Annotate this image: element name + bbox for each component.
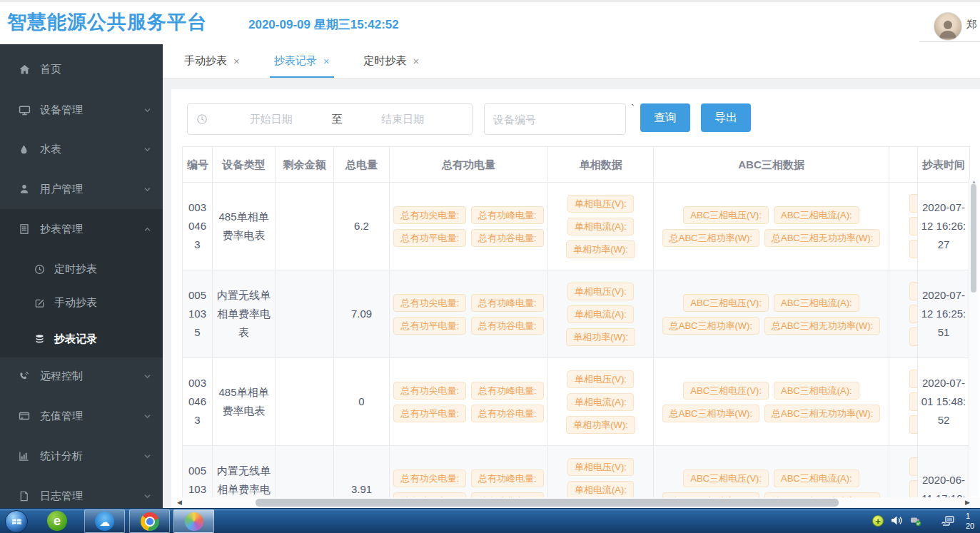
drop-icon <box>19 144 33 155</box>
scroll-left-arrow-icon[interactable]: ◀ <box>177 499 182 506</box>
date-separator: 至 <box>332 113 343 126</box>
cell-total-energy: 7.09 <box>334 270 390 357</box>
sidebar-item-meter-reading-management[interactable]: 抄表管理 <box>0 215 163 243</box>
data-tag: 总ABC三相功率(W): <box>662 405 759 422</box>
chevron-down-icon <box>143 146 151 153</box>
cell-total-energy: 6.2 <box>334 183 390 270</box>
360-browser-taskbar-icon[interactable]: e <box>47 511 67 531</box>
cell-active-energy-tags: 总有功尖电量:总有功峰电量:总有功平电量:总有功谷电量: <box>390 446 548 498</box>
query-button[interactable]: 查询 <box>640 103 690 132</box>
data-tag: 总有功峰电量: <box>471 206 544 224</box>
device-number-input[interactable] <box>484 103 626 135</box>
sidebar-item-log-management[interactable]: 日志管理 <box>0 482 163 510</box>
data-tag: 单相电流(A): <box>567 481 634 499</box>
tab-reading-records[interactable]: 抄表记录 × <box>274 44 330 78</box>
tab-close-icon[interactable]: × <box>413 55 420 67</box>
person-silhouette-icon <box>937 17 959 39</box>
windows-logo-icon <box>11 517 22 526</box>
data-tag: 总有功尖电量: <box>393 469 466 487</box>
scroll-right-arrow-icon[interactable]: ▶ <box>965 499 970 506</box>
cell-device-type: 内置无线单相单费率电表 <box>213 270 276 357</box>
cell-total-energy: 3.91 <box>334 446 390 498</box>
card-icon <box>19 410 33 422</box>
data-tag: 单相功率(W): <box>566 416 635 434</box>
cell-total-energy: 0 <box>334 358 390 445</box>
header-divider <box>919 41 980 42</box>
app-title: 智慧能源公共服务平台 <box>7 9 207 35</box>
sidebar-item-manual-reading[interactable]: 手动抄表 <box>0 288 163 317</box>
edit-icon <box>34 298 49 308</box>
cell-active-energy-tags: 总有功尖电量:总有功峰电量:总有功平电量:总有功谷电量: <box>390 183 548 270</box>
qq-browser-taskbar-button[interactable]: ☁ <box>84 509 125 533</box>
sidebar-item-recharge-management[interactable]: 充值管理 <box>0 402 163 430</box>
clipped-tag-fragment <box>909 217 917 235</box>
sidebar-item-water-meter[interactable]: 水表 <box>0 135 163 163</box>
clipped-tag-fragment <box>909 305 917 323</box>
usb-safely-remove-icon[interactable] <box>909 515 922 527</box>
table-row: 0030463 485单相单费率电表 6.2 总有功尖电量:总有功峰电量:总有功… <box>183 183 969 270</box>
sidebar-item-home[interactable]: 首页 <box>0 55 163 83</box>
sidebar-item-label: 水表 <box>40 143 61 156</box>
sidebar-item-statistics[interactable]: 统计分析 <box>0 442 163 470</box>
sidebar-item-label: 设备管理 <box>40 103 83 117</box>
end-date-placeholder[interactable]: 结束日期 <box>343 113 464 126</box>
speaker-icon[interactable] <box>891 515 903 526</box>
cell-device-no: 0051035 <box>183 270 213 357</box>
column-header-总有功电量: 总有功电量 <box>390 147 548 183</box>
horizontal-scrollbar[interactable]: ◀ ▶ <box>171 497 980 508</box>
tab-bar: 手动抄表 × 抄表记录 × 定时抄表 × <box>163 44 980 78</box>
header-datetime: 2020-09-09 星期三15:42:52 <box>248 16 399 33</box>
tab-label: 手动抄表 <box>184 54 227 68</box>
doc-icon <box>19 491 33 502</box>
photo-app-icon <box>185 512 203 531</box>
start-button[interactable] <box>5 510 28 533</box>
user-avatar[interactable] <box>934 12 962 41</box>
chevron-down-icon <box>143 412 151 420</box>
table-row: 0051035 内置无线单相单费率电表 7.09 总有功尖电量:总有功峰电量:总… <box>183 270 969 358</box>
vertical-scrollbar[interactable]: ▲ <box>969 178 979 496</box>
horizontal-scrollbar-thumb[interactable] <box>256 499 839 507</box>
table-row: 0051033 内置无线单相单费率电表 3.91 总有功尖电量:总有功峰电量:总… <box>183 446 969 498</box>
data-tag: 单相电流(A): <box>567 393 634 411</box>
sidebar-item-device-management[interactable]: 设备管理 <box>0 96 163 124</box>
chevron-down-icon <box>143 452 151 460</box>
tab-close-icon[interactable]: × <box>323 55 330 67</box>
export-button[interactable]: 导出 <box>701 103 751 132</box>
network-icon[interactable] <box>941 515 955 527</box>
data-tag: 总有功平电量: <box>393 229 466 247</box>
cell-active-energy-tags: 总有功尖电量:总有功峰电量:总有功平电量:总有功谷电量: <box>390 358 548 445</box>
data-tag: 单相电流(A): <box>567 218 634 235</box>
tab-scheduled-reading[interactable]: 定时抄表 × <box>364 44 420 78</box>
column-header-empty-7 <box>889 147 918 183</box>
records-table: 编号设备类型剩余金额总电量总有功电量单相数据ABC三相数据抄表时间 003046… <box>182 146 970 499</box>
data-tag: 总有功谷电量: <box>471 317 544 335</box>
data-tag: ABC三相电流(A): <box>774 382 859 400</box>
table-header-row: 编号设备类型剩余金额总电量总有功电量单相数据ABC三相数据抄表时间 <box>183 147 969 183</box>
table-row: 0030463 485单相单费率电表 0 总有功尖电量:总有功峰电量:总有功平电… <box>183 358 969 446</box>
sidebar-item-label: 统计分析 <box>40 450 83 463</box>
cell-device-no: 0030463 <box>183 183 213 270</box>
photo-app-taskbar-button[interactable] <box>173 509 214 533</box>
sidebar-item-label: 抄表记录 <box>54 333 97 346</box>
user-name[interactable]: 郑 <box>966 18 977 31</box>
sidebar-item-user-management[interactable]: 用户管理 <box>0 175 163 203</box>
chrome-taskbar-button[interactable] <box>129 509 170 533</box>
column-header-ABC三相数据: ABC三相数据 <box>654 147 889 183</box>
vertical-scrollbar-thumb[interactable] <box>971 184 976 293</box>
sidebar-item-reading-records[interactable]: 抄表记录 <box>0 325 163 353</box>
data-tag: 总有功平电量: <box>393 405 466 422</box>
tab-close-icon[interactable]: × <box>233 55 240 67</box>
tab-manual-reading[interactable]: 手动抄表 × <box>184 44 240 78</box>
360-safety-tray-icon[interactable]: + <box>872 515 884 527</box>
chevron-down-icon <box>143 492 151 500</box>
taskbar-clock[interactable]: 1 20 <box>966 511 980 531</box>
start-date-placeholder[interactable]: 开始日期 <box>211 113 332 126</box>
date-range-input[interactable]: 开始日期 至 结束日期 <box>187 103 473 135</box>
data-tag: 总ABC三相功率(W): <box>662 317 759 335</box>
scroll-up-arrow-icon[interactable]: ▲ <box>969 179 979 184</box>
sidebar-item-remote-control[interactable]: 远程控制 <box>0 362 163 390</box>
cell-single-phase-tags: 单相电压(V):单相电流(A):单相功率(W): <box>548 270 654 357</box>
sidebar-item-label: 用户管理 <box>40 183 83 196</box>
sidebar-item-scheduled-reading[interactable]: 定时抄表 <box>0 255 163 283</box>
cell-device-no: 0030463 <box>183 358 213 445</box>
